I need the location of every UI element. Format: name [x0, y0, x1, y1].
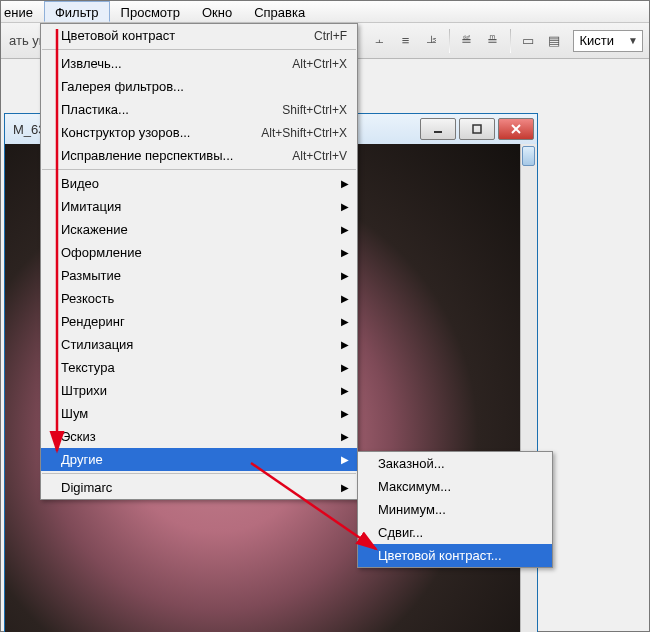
distribute-h-icon[interactable]: ≝	[457, 31, 477, 51]
menu-item-label: Другие	[61, 452, 347, 467]
submenu-arrow-icon: ▶	[341, 385, 349, 396]
submenu-item[interactable]: Минимум...	[358, 498, 552, 521]
other-submenu: Заказной...Максимум...Минимум...Сдвиг...…	[357, 451, 553, 568]
menu-item-shortcut: Alt+Shift+Ctrl+X	[261, 126, 347, 140]
rect-select-icon[interactable]: ▭	[518, 31, 538, 51]
submenu-item-label: Максимум...	[378, 479, 451, 494]
menu-item[interactable]: Галерея фильтров...	[41, 75, 357, 98]
menu-item-label: Эскиз	[61, 429, 347, 444]
separator	[510, 29, 511, 53]
menu-item[interactable]: Размытие▶	[41, 264, 357, 287]
submenu-arrow-icon: ▶	[341, 293, 349, 304]
submenu-arrow-icon: ▶	[341, 316, 349, 327]
submenu-arrow-icon: ▶	[341, 270, 349, 281]
menu-item-label: Исправление перспективы...	[61, 148, 292, 163]
menu-item[interactable]: Резкость▶	[41, 287, 357, 310]
submenu-arrow-icon: ▶	[341, 201, 349, 212]
scrollbar-thumb[interactable]	[522, 146, 535, 166]
svg-rect-1	[473, 125, 481, 133]
menu-item-label: Текстура	[61, 360, 347, 375]
menu-item-label: Галерея фильтров...	[61, 79, 347, 94]
menu-item-label: Искажение	[61, 222, 347, 237]
menu-item[interactable]: Искажение▶	[41, 218, 357, 241]
menu-item[interactable]: Digimarc▶	[41, 476, 357, 499]
menu-item-label: Имитация	[61, 199, 347, 214]
align-vcenter-icon[interactable]: ≡	[396, 31, 416, 51]
filter-dropdown: Цветовой контрастCtrl+FИзвлечь...Alt+Ctr…	[40, 23, 358, 500]
menu-item-label: Резкость	[61, 291, 347, 306]
menu-window[interactable]: Окно	[191, 1, 243, 22]
menu-item-label: Размытие	[61, 268, 347, 283]
menu-item[interactable]: Рендеринг▶	[41, 310, 357, 333]
submenu-arrow-icon: ▶	[341, 431, 349, 442]
menu-item[interactable]: Оформление▶	[41, 241, 357, 264]
submenu-item[interactable]: Заказной...	[358, 452, 552, 475]
menu-view[interactable]: Просмотр	[110, 1, 191, 22]
submenu-item-label: Минимум...	[378, 502, 446, 517]
menu-item-label: Пластика...	[61, 102, 282, 117]
menu-item[interactable]: Шум▶	[41, 402, 357, 425]
menu-item[interactable]: Другие▶	[41, 448, 357, 471]
brushes-label: Кисти	[580, 33, 615, 48]
minimize-button[interactable]	[420, 118, 456, 140]
separator	[449, 29, 450, 53]
align-top-icon[interactable]: ⫠	[370, 31, 390, 51]
menu-item-label: Видео	[61, 176, 347, 191]
menu-item-label: Цветовой контраст	[61, 28, 314, 43]
menu-help[interactable]: Справка	[243, 1, 316, 22]
menu-item[interactable]: Цветовой контрастCtrl+F	[41, 24, 357, 47]
menu-item-label: Рендеринг	[61, 314, 347, 329]
submenu-arrow-icon: ▶	[341, 339, 349, 350]
close-button[interactable]	[498, 118, 534, 140]
menu-item-shortcut: Alt+Ctrl+X	[292, 57, 347, 71]
submenu-arrow-icon: ▶	[341, 408, 349, 419]
menu-item[interactable]: Исправление перспективы...Alt+Ctrl+V	[41, 144, 357, 167]
menu-item-label: Стилизация	[61, 337, 347, 352]
submenu-item-label: Заказной...	[378, 456, 445, 471]
menu-item[interactable]: Видео▶	[41, 172, 357, 195]
app-window: ение Фильтр Просмотр Окно Справка ать уг…	[0, 0, 650, 632]
menu-item[interactable]: Стилизация▶	[41, 333, 357, 356]
menubar: ение Фильтр Просмотр Окно Справка	[1, 1, 649, 23]
brushes-dropdown[interactable]: Кисти ▼	[573, 30, 643, 52]
menu-item[interactable]: Имитация▶	[41, 195, 357, 218]
menu-item[interactable]: Конструктор узоров...Alt+Shift+Ctrl+X	[41, 121, 357, 144]
menu-item-label: Оформление	[61, 245, 347, 260]
menu-item-shortcut: Ctrl+F	[314, 29, 347, 43]
menu-item-label: Шум	[61, 406, 347, 421]
menu-item[interactable]: Текстура▶	[41, 356, 357, 379]
menu-item-label: Извлечь...	[61, 56, 292, 71]
chevron-down-icon: ▼	[628, 35, 638, 46]
menu-item-shortcut: Alt+Ctrl+V	[292, 149, 347, 163]
submenu-arrow-icon: ▶	[341, 224, 349, 235]
menu-item-shortcut: Shift+Ctrl+X	[282, 103, 347, 117]
submenu-arrow-icon: ▶	[341, 482, 349, 493]
submenu-item[interactable]: Цветовой контраст...	[358, 544, 552, 567]
menu-item[interactable]: Пластика...Shift+Ctrl+X	[41, 98, 357, 121]
menu-prev-cut[interactable]: ение	[1, 1, 44, 22]
menu-item-label: Штрихи	[61, 383, 347, 398]
submenu-arrow-icon: ▶	[341, 454, 349, 465]
palette-icon[interactable]: ▤	[544, 31, 564, 51]
submenu-arrow-icon: ▶	[341, 247, 349, 258]
menu-filter[interactable]: Фильтр	[44, 1, 110, 22]
menu-item[interactable]: Штрихи▶	[41, 379, 357, 402]
menu-item[interactable]: Эскиз▶	[41, 425, 357, 448]
submenu-item-label: Сдвиг...	[378, 525, 423, 540]
submenu-arrow-icon: ▶	[341, 178, 349, 189]
maximize-button[interactable]	[459, 118, 495, 140]
align-bottom-icon[interactable]: ⫡	[422, 31, 442, 51]
menu-item-label: Конструктор узоров...	[61, 125, 261, 140]
distribute-v-icon[interactable]: ≞	[483, 31, 503, 51]
menu-item-label: Digimarc	[61, 480, 347, 495]
menu-item[interactable]: Извлечь...Alt+Ctrl+X	[41, 52, 357, 75]
submenu-item-label: Цветовой контраст...	[378, 548, 502, 563]
submenu-item[interactable]: Максимум...	[358, 475, 552, 498]
submenu-arrow-icon: ▶	[341, 362, 349, 373]
submenu-item[interactable]: Сдвиг...	[358, 521, 552, 544]
